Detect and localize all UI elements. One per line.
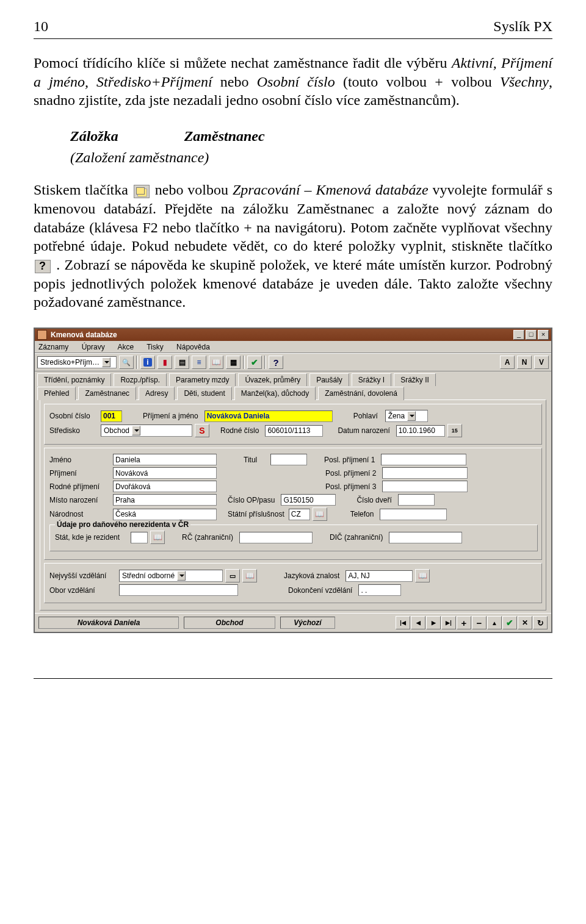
blue-button[interactable]: ≡ [192,356,206,369]
label-pohlavi: Pohlaví [353,412,378,420]
close-button[interactable]: × [538,330,549,340]
calendar-button[interactable] [447,424,462,437]
menubar: Záznamy Úpravy Akce Tisky Nápověda [35,341,551,353]
tab-trideni[interactable]: Třídění, poznámky [37,373,111,386]
stredisko-lookup-button[interactable] [195,424,209,437]
nav-prev-button[interactable] [411,616,425,629]
input-rodne-cislo[interactable]: 606010/1113 [265,425,323,437]
p1-text: Pomocí třídícího klíče si můžete nechat … [34,55,452,71]
nav-post-button[interactable] [502,616,517,629]
minimize-button[interactable]: _ [513,330,524,340]
input-dic-zahranicni[interactable] [389,532,462,543]
nav-first-button[interactable] [396,616,410,629]
input-titul[interactable] [270,454,307,465]
confirm-button[interactable] [247,356,262,369]
menu-zaznamy[interactable]: Záznamy [38,343,68,351]
record-navigator [396,616,548,629]
chevron-down-icon[interactable] [102,357,110,367]
tab-rozp[interactable]: Rozp./přísp. [114,373,167,386]
filter-a-button[interactable]: A [500,356,515,369]
input-jazykova-znalost[interactable]: AJ, NJ [345,570,413,582]
lookup-button[interactable] [150,531,165,544]
stredisko-value: Obchod [104,426,129,435]
input-prijmeni[interactable]: Nováková [113,467,217,479]
label-posl2: Posl. příjmení 2 [325,469,376,478]
input-osobni-cislo[interactable]: 001 [101,410,122,422]
search-button[interactable] [119,356,134,369]
input-stat-rezident[interactable] [131,532,148,543]
grid-button[interactable]: ▦ [226,356,241,369]
tab-srazky2[interactable]: Srážky II [394,373,436,386]
app-icon [37,330,47,340]
input-jmeno[interactable]: Daniela [113,454,217,465]
input-cislo-op[interactable]: G150150 [281,494,336,506]
input-posl3[interactable] [382,481,468,492]
input-nejvyssi-vzdelani[interactable]: Střední odborné [119,570,223,582]
input-datum-narozeni[interactable]: 10.10.1960 [396,425,445,437]
help-button[interactable] [269,356,283,369]
separator [243,356,245,369]
input-rodne-prijmeni[interactable]: Dvořáková [113,481,217,492]
lookup-button[interactable] [242,569,257,582]
filter-v-button[interactable]: V [534,356,549,369]
menu-upravy[interactable]: Úpravy [82,343,105,351]
label-cislo-op: Číslo OP/pasu [228,496,275,504]
sort-combobox[interactable]: Stredisko+Příjm… [37,356,117,368]
input-posl2[interactable] [382,467,468,479]
tab-uvazek[interactable]: Úvazek, průměry [238,373,307,386]
input-narodnost[interactable]: Česká [113,509,217,520]
input-posl1[interactable] [381,454,466,465]
nav-last-button[interactable] [441,616,456,629]
tab-deti[interactable]: Děti, student [177,387,231,400]
nav-next-button[interactable] [426,616,441,629]
input-misto-narozeni[interactable]: Praha [113,494,217,506]
menu-napoveda[interactable]: Nápověda [176,343,210,351]
input-pohlavi[interactable]: Žena [385,410,428,422]
doc-title: Syslík PX [493,18,552,35]
detail-button[interactable] [225,569,240,582]
lookup-button[interactable] [415,569,430,582]
input-statni-prislusnost[interactable]: CZ [289,509,310,520]
label-obor-vzdelani: Obor vzdělání [49,586,117,595]
tabs: Třídění, poznámky Rozp./přísp. Parametry… [35,371,551,611]
legend-nerezident: Údaje pro daňového nerezidenta v ČR [55,520,190,529]
filter-n-button[interactable]: N [517,356,532,369]
p1-em3: Všechny [500,74,549,90]
menu-akce[interactable]: Akce [117,343,134,351]
input-prijmeni-jmeno[interactable]: Nováková Daniela [204,410,333,422]
tab-prehled[interactable]: Přehled [37,387,76,400]
tab-manzel[interactable]: Manžel(ka), důchody [234,387,316,400]
group-person: Jméno Daniela Titul Posl. příjmení 1 Pří… [44,448,542,560]
tab-parametry-mzdy[interactable]: Parametry mzdy [169,373,236,386]
tab-srazky1[interactable]: Srážky I [352,373,391,386]
nav-delete-button[interactable] [472,616,487,629]
maximize-button[interactable]: □ [526,330,537,340]
tab-zamestnani[interactable]: Zaměstnání, dovolená [318,387,404,400]
book-button[interactable] [209,356,223,369]
input-obor-vzdelani[interactable] [119,584,238,596]
tab-pausaly[interactable]: Paušály [309,373,349,386]
red-button[interactable]: ▮ [157,356,172,369]
group-identity: Osobní číslo 001 Příjmení a jméno Nováko… [44,404,542,445]
tab-zamestnanec[interactable]: Zaměstnanec [78,387,136,400]
doc-button[interactable]: ▤ [175,356,189,369]
nav-refresh-button[interactable] [533,616,548,629]
chevron-down-icon[interactable] [177,571,186,581]
menu-tisky[interactable]: Tisky [146,343,164,351]
tab-adresy[interactable]: Adresy [139,387,175,400]
label-posl1: Posl. příjmení 1 [324,456,375,464]
input-cislo-dveri[interactable] [398,494,435,506]
input-telefon[interactable] [380,509,447,520]
input-stredisko[interactable]: Obchod [101,424,192,437]
nav-edit-button[interactable] [487,616,502,629]
chevron-down-icon[interactable] [407,411,416,421]
info-button[interactable] [140,356,155,369]
nav-cancel-button[interactable] [518,616,532,629]
input-dokonceni-vzdelani[interactable]: . . [358,584,401,596]
chevron-down-icon[interactable] [132,426,140,435]
label-stredisko: Středisko [49,426,98,435]
input-rc-zahranicni[interactable] [239,532,313,543]
lookup-button[interactable] [313,507,327,521]
nav-add-button[interactable] [457,616,471,629]
label-telefon: Telefon [350,510,374,518]
